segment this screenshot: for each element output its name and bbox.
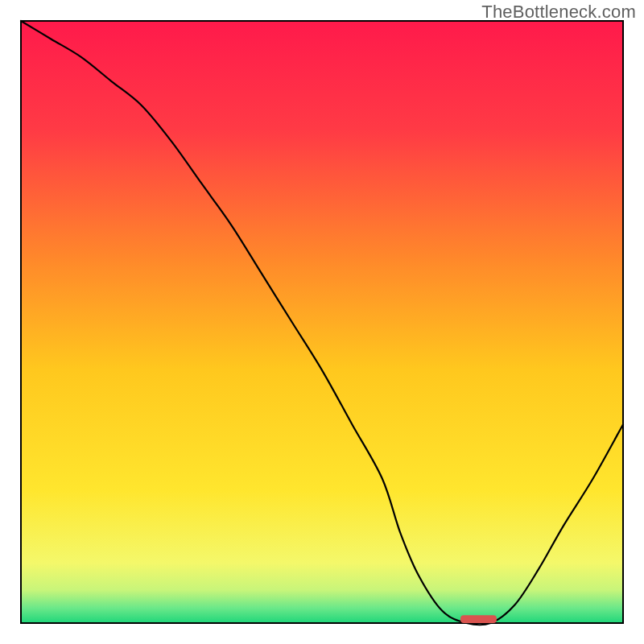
chart-container: { "watermark": "TheBottleneck.com", "cha… xyxy=(0,0,644,644)
plot-area xyxy=(21,21,623,625)
gradient-background xyxy=(21,21,623,623)
bottleneck-chart xyxy=(0,0,644,644)
optimal-marker xyxy=(460,615,497,623)
